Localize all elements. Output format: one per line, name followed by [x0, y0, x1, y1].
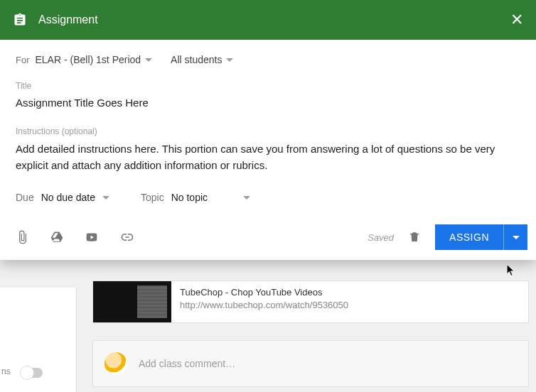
- attachment-thumbnail: [93, 281, 171, 322]
- stream-area: TubeChop - Chop YouTube Videos http://ww…: [92, 281, 529, 392]
- assignment-modal: Assignment ✕ For ELAR - (Bell) 1st Perio…: [0, 0, 536, 260]
- chevron-down-icon: [145, 58, 152, 62]
- class-selector[interactable]: ELAR - (Bell) 1st Period: [36, 54, 153, 65]
- avatar: [104, 352, 127, 375]
- attachment-info: TubeChop - Chop YouTube Videos http://ww…: [171, 281, 357, 322]
- link-icon[interactable]: [119, 230, 135, 244]
- students-value: All students: [171, 54, 222, 65]
- for-label: For: [16, 55, 30, 65]
- modal-footer: Saved ASSIGN: [0, 217, 536, 260]
- close-icon[interactable]: ✕: [510, 12, 523, 28]
- students-selector[interactable]: All students: [171, 54, 233, 65]
- attachment-card[interactable]: TubeChop - Chop YouTube Videos http://ww…: [92, 281, 529, 323]
- due-selector[interactable]: Due No due date: [16, 192, 109, 203]
- attachment-url: http://www.tubechop.com/watch/9536050: [180, 300, 348, 310]
- comment-card: Add class comment…: [92, 340, 529, 387]
- modal-header: Assignment ✕: [0, 0, 536, 40]
- due-value: No due date: [41, 192, 95, 203]
- chevron-down-icon: [243, 196, 250, 200]
- chevron-down-icon: [102, 196, 109, 200]
- assign-button[interactable]: ASSIGN: [435, 224, 503, 250]
- topic-selector[interactable]: Topic No topic: [141, 192, 250, 203]
- chevron-down-icon: [513, 236, 520, 239]
- class-name: ELAR - (Bell) 1st Period: [36, 54, 141, 65]
- assign-dropdown-button[interactable]: [503, 224, 527, 250]
- delete-icon[interactable]: [408, 231, 421, 244]
- sidebar-label-fragment: ns: [1, 366, 11, 376]
- toggle-switch[interactable]: [21, 368, 43, 378]
- youtube-icon[interactable]: [84, 230, 100, 244]
- instructions-label: Instructions (optional): [16, 126, 520, 136]
- instructions-input[interactable]: Add detailed instructions here. This por…: [16, 141, 520, 174]
- chevron-down-icon: [226, 58, 233, 62]
- modal-title: Assignment: [38, 13, 98, 26]
- for-row: For ELAR - (Bell) 1st Period All student…: [16, 54, 520, 65]
- comment-input[interactable]: Add class comment…: [139, 358, 235, 369]
- due-topic-row: Due No due date Topic No topic: [16, 189, 520, 217]
- attach-icons: [16, 230, 135, 244]
- drive-icon[interactable]: [50, 230, 64, 244]
- topic-value: No topic: [171, 192, 208, 203]
- attach-file-icon[interactable]: [16, 230, 30, 244]
- assignment-icon: [13, 13, 27, 27]
- sidebar-panel: ns: [0, 288, 77, 392]
- title-input[interactable]: Assignment Title Goes Here: [16, 95, 520, 111]
- assign-button-group: ASSIGN: [435, 224, 527, 250]
- title-field: Title Assignment Title Goes Here: [16, 81, 520, 111]
- title-label: Title: [16, 81, 520, 91]
- saved-status: Saved: [368, 232, 394, 243]
- attachment-title: TubeChop - Chop YouTube Videos: [180, 287, 348, 298]
- topic-label: Topic: [141, 192, 164, 203]
- modal-body: For ELAR - (Bell) 1st Period All student…: [0, 40, 536, 217]
- due-label: Due: [16, 192, 34, 203]
- instructions-field: Instructions (optional) Add detailed ins…: [16, 126, 520, 174]
